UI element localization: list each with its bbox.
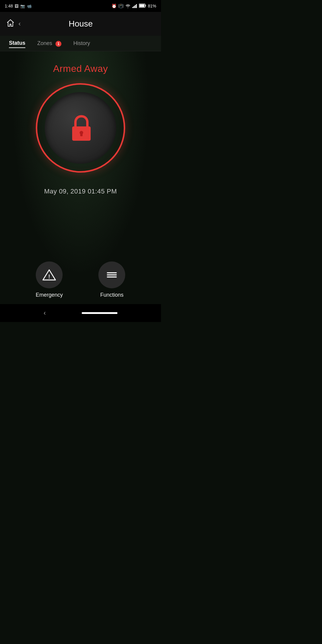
bottom-actions: ! Emergency Functions [0, 256, 161, 304]
functions-icon [104, 267, 119, 282]
vibrate-icon: 📳 [118, 4, 123, 8]
battery-percent: 81% [148, 4, 156, 8]
zones-badge: 1 [55, 41, 61, 47]
lock-outer-ring [36, 83, 125, 173]
emergency-button[interactable]: ! [36, 261, 63, 288]
tab-history[interactable]: History [73, 39, 90, 48]
svg-rect-9 [80, 133, 83, 136]
svg-rect-5 [145, 5, 146, 7]
timestamp: May 09, 2019 01:45 PM [44, 188, 117, 195]
emergency-icon: ! [42, 267, 57, 282]
header: ‹ House [0, 12, 161, 36]
status-left: 1:48 🖼 📷 📹 [5, 4, 32, 8]
status-bar: 1:48 🖼 📷 📹 ⏰ 📳 81% [0, 0, 161, 12]
home-icon [6, 18, 15, 30]
svg-rect-2 [135, 5, 136, 8]
functions-label: Functions [100, 292, 123, 298]
tabs-bar: Status Zones 1 History [0, 36, 161, 51]
home-pill[interactable] [82, 312, 117, 314]
svg-rect-6 [139, 4, 144, 7]
camera-icon: 📷 [20, 4, 25, 8]
photo-icon: 🖼 [15, 4, 18, 8]
battery-display [139, 4, 146, 9]
signal-icon [132, 4, 137, 8]
wifi-icon [125, 4, 131, 8]
emergency-label: Emergency [36, 292, 63, 298]
nav-back-button[interactable]: ‹ [44, 309, 46, 317]
main-content: Armed Away May 09, 2019 01:45 PM [0, 51, 161, 304]
functions-action[interactable]: Functions [98, 261, 125, 298]
lock-button-container[interactable] [36, 83, 125, 173]
time-display: 1:48 [5, 4, 13, 8]
bottom-nav: ‹ [0, 304, 161, 322]
svg-rect-0 [132, 7, 133, 8]
armed-status-text: Armed Away [53, 63, 108, 74]
lock-button[interactable] [45, 92, 116, 164]
svg-rect-3 [136, 4, 137, 8]
cam2-icon: 📹 [27, 4, 32, 8]
alarm-icon: ⏰ [112, 4, 117, 8]
status-right: ⏰ 📳 81% [112, 4, 156, 9]
tab-zones[interactable]: Zones 1 [37, 39, 61, 48]
back-button[interactable]: ‹ [18, 20, 21, 28]
lock-icon [68, 114, 93, 142]
svg-rect-1 [134, 6, 134, 8]
tab-status[interactable]: Status [9, 39, 25, 48]
functions-button[interactable] [98, 261, 125, 288]
emergency-action[interactable]: ! Emergency [36, 261, 63, 298]
svg-text:!: ! [48, 274, 50, 280]
page-title: House [24, 19, 137, 29]
